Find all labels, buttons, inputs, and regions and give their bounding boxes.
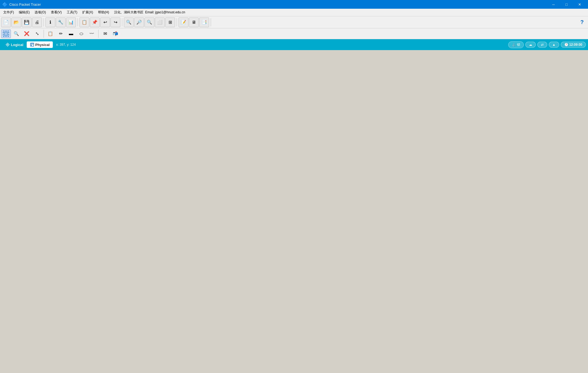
time-display: 🕐 12:09:00 (561, 42, 586, 48)
select-tool[interactable] (1, 29, 11, 38)
topology-icon: ⇄ (541, 43, 544, 47)
app-icon: 🔷 (2, 2, 8, 7)
pdu-button[interactable]: 📊 (66, 17, 76, 27)
right-controls: ⚓ 锁 ☁ ⇄ ▲ 🕐 12:09:00 (508, 41, 586, 48)
info-button[interactable]: ℹ (45, 17, 55, 27)
toolbar2: 🔍 ❌ ⤡ 📋 ✏ ▬ ⬭ 〰 ✉ 📬 (0, 28, 588, 39)
pdu-list-btn[interactable]: 📑 (199, 17, 209, 27)
menu-file[interactable]: 文件(F) (1, 9, 16, 16)
new-button[interactable]: 📄 (1, 17, 11, 27)
svg-rect-1 (4, 32, 8, 35)
anchor-label: 锁 (517, 42, 520, 47)
mountain-icon: ▲ (552, 43, 556, 47)
view-single-button[interactable]: ⬜ (155, 17, 165, 27)
physical-view-button[interactable]: ▲ (549, 42, 559, 48)
resize-tool[interactable]: ⤡ (32, 29, 42, 38)
toolbar-separator (44, 18, 44, 26)
menu-options[interactable]: 选项(O) (32, 9, 48, 16)
menu-view[interactable]: 查看(V) (49, 9, 64, 16)
minimize-button[interactable]: ─ (547, 0, 560, 9)
coords-display: x: 397, y: 124 (56, 43, 76, 47)
toolbar1: 📄 📂 💾 🖨 ℹ 🔧 📊 📋 📌 ↩ ↪ 🔍 🔎 🔍 ⬜ ⊞ 📝 🖥 📑 ? (0, 16, 588, 28)
toolbar-separator5 (211, 18, 211, 26)
canvas-wrapper: 3560-24PSswitch1 (0, 50, 588, 373)
copy-button[interactable]: 📋 (79, 17, 89, 27)
open-button[interactable]: 📂 (11, 17, 21, 27)
clock-icon: 🕐 (564, 43, 568, 47)
physical-label: Physical (35, 43, 50, 47)
menu-help[interactable]: 帮助(H) (96, 9, 111, 16)
tb2-sep1 (44, 30, 44, 38)
notes-button[interactable]: 📝 (179, 17, 188, 27)
main-layout: 3560-24PSswitch1 (0, 50, 588, 373)
logical-label: Logical (11, 43, 23, 47)
draw-ellipse-tool[interactable]: ⬭ (76, 29, 86, 38)
close-button[interactable]: ✕ (573, 0, 586, 9)
time-value: 12:09:00 (569, 43, 582, 47)
menu-extend[interactable]: 扩展(X) (80, 9, 95, 16)
draw-rect-tool[interactable]: ▬ (66, 29, 76, 38)
maximize-button[interactable]: □ (560, 0, 573, 9)
menu-edit[interactable]: 编辑(E) (17, 9, 32, 16)
menu-tools[interactable]: 工具(T) (65, 9, 79, 16)
save-button[interactable]: 💾 (22, 17, 32, 27)
anchor-button[interactable]: ⚓ 锁 (508, 41, 524, 48)
palette-btn[interactable]: 🖥 (189, 17, 199, 27)
zoom-out-button[interactable]: 🔍 (145, 17, 154, 27)
anchor-icon: ⚓ (512, 43, 516, 47)
print-button[interactable]: 🖨 (32, 17, 42, 27)
svg-rect-6 (31, 45, 32, 46)
svg-rect-4 (31, 44, 32, 44)
svg-point-2 (7, 44, 8, 45)
draw-line-tool[interactable]: ✏ (56, 29, 66, 38)
inspector-button[interactable]: 🔧 (56, 17, 66, 27)
logical-tab[interactable]: Logical (2, 41, 27, 48)
note-tool[interactable]: 📋 (45, 29, 55, 38)
freeform-tool[interactable]: 〰 (87, 29, 97, 38)
paste-button[interactable]: 📌 (90, 17, 100, 27)
pdu-tool[interactable]: 📬 (111, 29, 120, 38)
question-button[interactable]: ? (577, 17, 587, 27)
search-tool[interactable]: 🔍 (11, 29, 21, 38)
redo-button[interactable]: ↪ (111, 17, 120, 27)
zoom-reset-button[interactable]: 🔎 (134, 17, 144, 27)
toolbar-separator3 (122, 18, 122, 26)
svg-rect-5 (32, 44, 33, 44)
menubar: 文件(F) 编辑(E) 选项(O) 查看(V) 工具(T) 扩展(X) 帮助(H… (0, 9, 588, 16)
toolbar-separator4 (177, 18, 177, 26)
tb2-sep2 (98, 30, 99, 38)
network-cloud-button[interactable]: ☁ (525, 42, 536, 48)
delete-tool[interactable]: ❌ (22, 29, 32, 38)
physical-tab[interactable]: Physical (27, 41, 53, 48)
topology-button[interactable]: ⇄ (537, 42, 547, 48)
view-grid-button[interactable]: ⊞ (165, 17, 175, 27)
message-tool[interactable]: ✉ (100, 29, 110, 38)
modebar: Logical Physical x: 397, y: 124 ⚓ 锁 ☁ ⇄ … (0, 39, 588, 50)
cloud-icon: ☁ (529, 43, 532, 47)
app-title: Cisco Packet Tracer (9, 2, 547, 7)
menu-custom[interactable]: 汉化、湖科大教书匠 Email: jgao1@hnust.edu.cn (112, 9, 188, 16)
titlebar: 🔷 Cisco Packet Tracer ─ □ ✕ (0, 0, 588, 9)
zoom-in-button[interactable]: 🔍 (124, 17, 134, 27)
toolbar-separator2 (78, 18, 78, 26)
undo-button[interactable]: ↩ (100, 17, 110, 27)
svg-rect-3 (30, 43, 34, 46)
